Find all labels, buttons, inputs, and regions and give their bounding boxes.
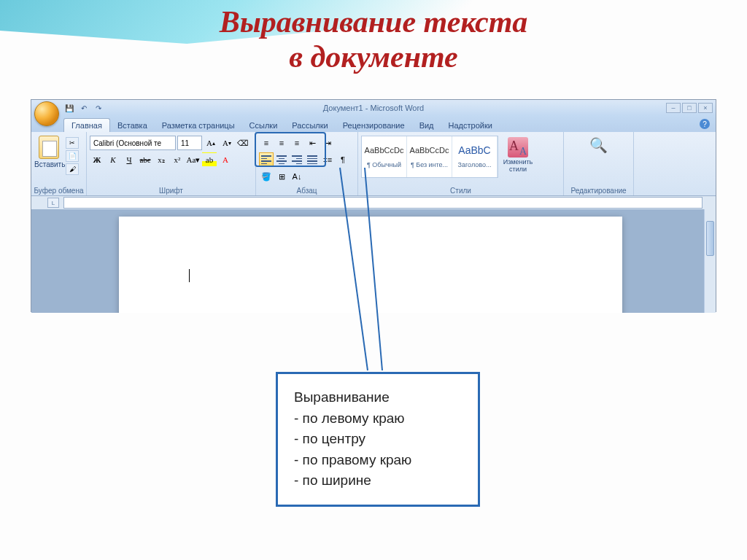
align-justify-icon [307,155,317,164]
word-window: 💾 ↶ ↷ Документ1 - Microsoft Word – □ × Г… [31,99,716,312]
font-color-button[interactable]: A [218,152,233,167]
tab-view[interactable]: Вид [412,119,441,132]
change-styles-icon [508,137,528,158]
undo-icon[interactable]: ↶ [78,102,90,114]
document-area [31,209,716,313]
tab-page-layout[interactable]: Разметка страницы [155,119,242,132]
decrease-indent-button[interactable]: ⇤ [305,136,320,150]
multilevel-button[interactable]: ≡ [290,136,304,150]
style-gallery[interactable]: AaBbCcDc ¶ Обычный AaBbCcDc ¶ Без инте..… [361,136,498,178]
editing-label: Редактирование [564,187,633,195]
underline-button[interactable]: Ч [122,152,136,167]
window-title: Документ1 - Microsoft Word [323,104,424,112]
tab-mailings[interactable]: Рассылки [285,119,335,132]
align-left-button[interactable] [259,152,274,167]
numbering-button[interactable]: ≡ [274,136,289,150]
legend-box: Выравнивание - по левому краю - по центр… [276,372,480,507]
paste-button[interactable]: Вставить [34,134,63,168]
borders-button[interactable]: ⊞ [274,169,289,184]
tab-review[interactable]: Рецензирование [336,119,412,132]
maximize-button[interactable]: □ [682,103,697,113]
increase-indent-button[interactable]: ⇥ [320,136,335,150]
align-left-icon [261,155,271,164]
highlight-button[interactable]: ab [202,152,217,167]
save-icon[interactable]: 💾 [63,102,75,114]
legend-item-justify: - по ширине [294,470,462,491]
legend-item-right: - по правому краю [294,450,462,471]
cut-button[interactable]: ✂ [66,137,79,149]
tab-references[interactable]: Ссылки [242,119,285,132]
style-normal[interactable]: AaBbCcDc ¶ Обычный [362,136,407,177]
help-icon[interactable]: ? [700,119,710,129]
align-right-button[interactable] [290,152,304,167]
subscript-button[interactable]: x₂ [154,152,169,167]
change-styles-button[interactable]: Изменить стили [500,134,535,174]
align-center-icon [276,155,287,164]
styles-group: AaBbCcDc ¶ Обычный AaBbCcDc ¶ Без инте..… [358,132,564,195]
quick-access-toolbar: 💾 ↶ ↷ [63,102,104,114]
editing-group: 🔍 Редактирование [564,132,634,195]
bold-button[interactable]: Ж [90,152,104,167]
bullets-button[interactable]: ≡ [259,136,274,150]
font-name-dropdown[interactable]: Calibri (Основной те [90,136,176,150]
align-right-icon [292,155,302,164]
styles-label: Стили [358,187,563,195]
legend-item-left: - по левому краю [294,408,462,429]
style-no-spacing[interactable]: AaBbCcDc ¶ Без инте... [407,136,452,177]
window-controls: – □ × [666,103,713,113]
italic-button[interactable]: К [106,152,120,167]
line-spacing-button[interactable]: ‡≡ [320,152,335,167]
align-center-button[interactable] [274,152,289,167]
change-case-button[interactable]: Aa▾ [186,152,201,167]
redo-icon[interactable]: ↷ [93,102,104,114]
vertical-scrollbar[interactable] [704,209,716,313]
copy-button[interactable]: 📄 [66,150,79,162]
style-heading1[interactable]: AaBbC Заголово... [452,136,498,177]
grow-font-button[interactable]: A▴ [204,136,218,150]
ribbon: Вставить ✂ 📄 🖌 Буфер обмена Calibri (Осн… [31,132,716,196]
find-icon[interactable]: 🔍 [589,136,608,155]
font-group: Calibri (Основной те 11 A▴ A▾ ⌫ Ж К Ч ab… [87,132,256,195]
clipboard-group: Вставить ✂ 📄 🖌 Буфер обмена [31,132,87,195]
paste-icon [39,136,59,159]
ruler-area: L [31,196,716,209]
font-label: Шрифт [87,187,255,195]
shrink-font-button[interactable]: A▾ [220,136,234,150]
minimize-button[interactable]: – [666,103,681,113]
show-marks-button[interactable]: ¶ [336,152,350,167]
office-button[interactable] [34,101,59,126]
clipboard-label: Буфер обмена [31,187,86,195]
align-justify-button[interactable] [305,152,320,167]
superscript-button[interactable]: x² [170,152,185,167]
close-button[interactable]: × [698,103,713,113]
paragraph-label: Абзац [256,187,357,195]
title-bar: 💾 ↶ ↷ Документ1 - Microsoft Word – □ × [31,100,716,116]
slide-title: Выравнивание текста в документе [0,0,747,75]
shading-button[interactable]: 🪣 [259,169,274,184]
text-cursor [189,269,190,282]
title-line-2: в документе [0,39,747,74]
legend-title: Выравнивание [294,387,462,408]
horizontal-ruler[interactable] [63,197,703,209]
font-size-dropdown[interactable]: 11 [177,136,202,150]
ribbon-tabs: Главная Вставка Разметка страницы Ссылки… [31,116,716,132]
tab-home[interactable]: Главная [63,118,110,132]
strikethrough-button[interactable]: abє [138,152,152,167]
scroll-thumb[interactable] [706,221,714,256]
ruler-toggle-button[interactable]: L [47,198,59,208]
format-painter-button[interactable]: 🖌 [66,163,79,175]
legend-item-center: - по центру [294,429,462,450]
document-page[interactable] [119,217,622,313]
tab-addins[interactable]: Надстройки [441,119,500,132]
title-line-1: Выравнивание текста [0,4,747,39]
sort-button[interactable]: A↓ [290,169,304,184]
tab-insert[interactable]: Вставка [110,119,155,132]
clear-formatting-button[interactable]: ⌫ [236,136,250,150]
paragraph-group: ≡ ≡ ≡ ⇤ ⇥ [256,132,358,195]
